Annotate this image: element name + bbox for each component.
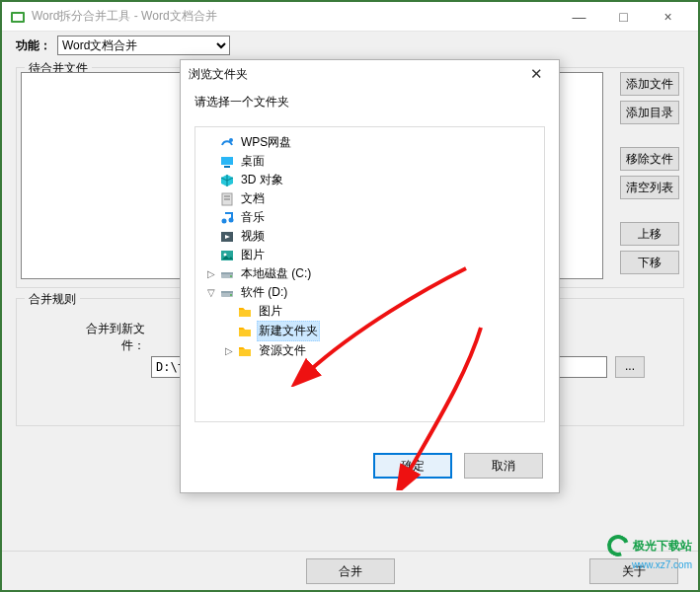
maximize-button[interactable]: □ <box>601 3 646 31</box>
tree-item-label: 图片 <box>257 302 284 321</box>
folder-icon <box>237 304 253 320</box>
tree-item[interactable]: ▷本地磁盘 (C:) <box>205 264 540 283</box>
watermark-url: www.xz7.com <box>632 559 692 570</box>
tree-item[interactable]: 图片 <box>223 302 540 321</box>
move-up-button[interactable]: 上移 <box>620 222 679 246</box>
svg-point-9 <box>229 217 234 222</box>
tree-item[interactable]: 音乐 <box>205 208 540 227</box>
tree-item-label: 视频 <box>239 227 267 246</box>
tree-expander[interactable]: ▽ <box>205 283 217 302</box>
clear-list-button[interactable]: 清空列表 <box>620 176 679 199</box>
tree-item[interactable]: WPS网盘 <box>205 133 540 152</box>
tree-item-label: 新建文件夹 <box>257 321 320 341</box>
folder-icon <box>237 324 253 339</box>
svg-rect-1 <box>13 14 23 21</box>
dialog-titlebar: 浏览文件夹 ✕ <box>181 60 559 88</box>
remove-file-button[interactable]: 移除文件 <box>620 147 679 171</box>
close-button[interactable]: × <box>646 3 690 31</box>
video-icon <box>219 229 235 245</box>
dialog-prompt: 请选择一个文件夹 <box>181 88 559 118</box>
tree-expander[interactable]: ▷ <box>223 341 235 360</box>
svg-rect-17 <box>221 291 233 293</box>
drive-icon <box>219 266 235 282</box>
tree-item-label: 音乐 <box>239 208 267 227</box>
add-dir-button[interactable]: 添加目录 <box>620 101 679 124</box>
watermark-icon <box>603 531 632 559</box>
svg-point-8 <box>222 218 227 223</box>
svg-point-15 <box>230 275 232 277</box>
merge-to-label: 合并到新文件： <box>64 321 145 354</box>
music-icon <box>219 210 235 226</box>
tree-item[interactable]: ▽软件 (D:) <box>205 283 540 302</box>
svg-rect-4 <box>224 166 230 168</box>
dialog-close-button[interactable]: ✕ <box>521 65 551 83</box>
tree-item[interactable]: 新建文件夹 <box>223 321 540 341</box>
app-icon <box>10 9 26 25</box>
window-title: Word拆分合并工具 - Word文档合并 <box>32 8 557 25</box>
watermark: 极光下载站 www.xz7.com <box>607 535 692 556</box>
folder-icon <box>237 343 253 359</box>
cancel-button[interactable]: 取消 <box>464 453 543 479</box>
svg-point-12 <box>224 253 227 256</box>
bottom-bar: 合并 关于 <box>2 551 698 590</box>
cube-icon <box>219 173 235 188</box>
watermark-text: 极光下载站 <box>633 538 692 555</box>
tree-item-label: 软件 (D:) <box>239 283 289 302</box>
minimize-button[interactable]: — <box>557 3 601 31</box>
browse-folder-dialog: 浏览文件夹 ✕ 请选择一个文件夹 WPS网盘桌面3D 对象文档音乐视频图片▷本地… <box>180 59 560 493</box>
drive-icon <box>219 285 235 301</box>
folder-tree[interactable]: WPS网盘桌面3D 对象文档音乐视频图片▷本地磁盘 (C:)▽软件 (D:)图片… <box>194 126 545 422</box>
tree-item-label: 本地磁盘 (C:) <box>239 264 313 283</box>
tree-item[interactable]: 文档 <box>205 189 540 208</box>
tree-item-label: 资源文件 <box>257 341 308 360</box>
function-label: 功能： <box>16 37 51 54</box>
svg-rect-3 <box>221 157 233 165</box>
function-select[interactable]: Word文档合并 <box>57 36 230 55</box>
move-down-button[interactable]: 下移 <box>620 251 679 274</box>
tree-item-label: WPS网盘 <box>239 133 293 152</box>
desktop-icon <box>219 154 235 170</box>
pics-icon <box>219 248 235 263</box>
docs-icon <box>219 191 235 207</box>
browse-button[interactable]: ... <box>615 356 645 378</box>
merge-button[interactable]: 合并 <box>306 558 395 584</box>
ok-button[interactable]: 确定 <box>373 453 452 479</box>
tree-item-label: 文档 <box>239 189 267 208</box>
toolbar: 功能： Word文档合并 <box>2 32 698 59</box>
tree-item[interactable]: 视频 <box>205 227 540 246</box>
tree-item-label: 3D 对象 <box>239 171 285 189</box>
dialog-title: 浏览文件夹 <box>189 66 521 83</box>
main-window: Word拆分合并工具 - Word文档合并 — □ × 功能： Word文档合并… <box>2 2 698 590</box>
tree-item[interactable]: ▷资源文件 <box>223 341 540 360</box>
tree-item-label: 图片 <box>239 246 267 264</box>
rules-legend: 合并规则 <box>25 291 80 308</box>
titlebar: Word拆分合并工具 - Word文档合并 — □ × <box>2 2 698 32</box>
side-buttons: 添加文件 添加目录 移除文件 清空列表 上移 下移 <box>620 72 679 279</box>
tree-item-label: 桌面 <box>239 152 267 171</box>
tree-item[interactable]: 图片 <box>205 246 540 264</box>
svg-point-2 <box>229 138 233 142</box>
tree-item[interactable]: 3D 对象 <box>205 171 540 189</box>
tree-item[interactable]: 桌面 <box>205 152 540 171</box>
svg-point-18 <box>230 294 232 296</box>
tree-expander[interactable]: ▷ <box>205 264 217 283</box>
svg-rect-14 <box>221 272 233 274</box>
wps-icon <box>219 135 235 151</box>
add-file-button[interactable]: 添加文件 <box>620 72 679 96</box>
